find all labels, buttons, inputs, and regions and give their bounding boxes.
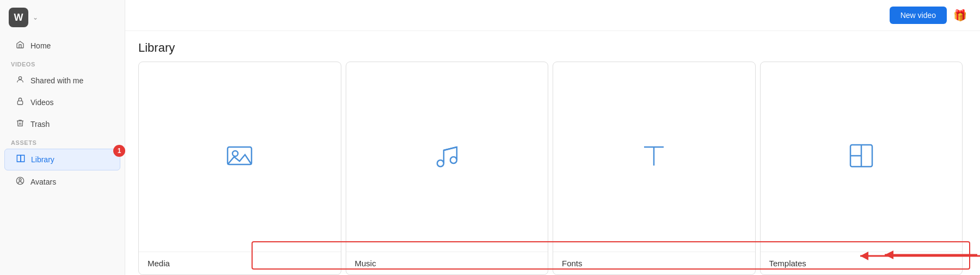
template-icon — [845, 139, 878, 174]
lock-icon — [15, 97, 25, 108]
sidebar-item-label: Trash — [30, 120, 50, 129]
top-bar: New video 🎁 — [125, 0, 980, 31]
app-logo: W — [9, 8, 28, 27]
gift-icon: 🎁 — [953, 9, 967, 21]
videos-section-label: Videos — [0, 57, 125, 70]
media-card-label: Media — [139, 252, 341, 274]
sidebar-item-label: Home — [30, 41, 51, 50]
sidebar-item-shared[interactable]: Shared with me — [4, 70, 120, 91]
person-icon — [15, 75, 25, 86]
library-card-fonts[interactable]: Fonts — [553, 62, 756, 275]
assets-section-label: Assets — [0, 135, 125, 148]
sidebar-item-avatars[interactable]: Avatars — [4, 172, 120, 192]
music-icon — [431, 139, 463, 174]
media-icon-area — [223, 62, 256, 252]
library-card-music[interactable]: Music — [346, 62, 549, 275]
person-circle-icon — [15, 176, 25, 187]
new-video-button[interactable]: New video — [890, 7, 947, 24]
library-badge: 1 — [113, 145, 125, 157]
sidebar-item-trash[interactable]: Trash — [4, 114, 120, 135]
home-icon — [15, 40, 25, 51]
font-icon — [638, 139, 670, 174]
svg-point-6 — [437, 160, 444, 167]
gift-button[interactable]: 🎁 — [953, 9, 967, 22]
svg-point-7 — [450, 157, 457, 163]
fonts-icon-area — [638, 62, 670, 252]
sidebar-item-videos[interactable]: Videos — [4, 92, 120, 113]
svg-line-8 — [444, 147, 457, 150]
chevron-down-icon[interactable]: ⌄ — [33, 14, 38, 21]
fonts-card-label: Fonts — [553, 252, 755, 274]
svg-point-3 — [19, 179, 21, 181]
page-title: Library — [125, 31, 980, 62]
top-bar-actions: New video 🎁 — [890, 7, 967, 24]
library-card-templates[interactable]: Templates — [760, 62, 963, 275]
sidebar-item-library[interactable]: Library 1 — [4, 149, 120, 170]
library-card-media[interactable]: Media — [138, 62, 341, 275]
trash-icon — [15, 119, 25, 130]
book-open-icon — [16, 154, 26, 165]
music-icon-area — [431, 62, 463, 252]
music-card-label: Music — [346, 252, 548, 274]
sidebar-item-label: Shared with me — [30, 76, 83, 85]
templates-icon-area — [845, 62, 878, 252]
svg-point-0 — [19, 77, 21, 80]
svg-rect-1 — [17, 101, 22, 105]
sidebar-item-label: Avatars — [30, 178, 56, 186]
sidebar-item-label: Library — [31, 155, 54, 164]
sidebar-item-home[interactable]: Home — [4, 35, 120, 56]
svg-point-5 — [232, 151, 238, 156]
media-icon — [223, 139, 256, 174]
sidebar-item-label: Videos — [30, 98, 54, 107]
main-content: New video 🎁 Library Media — [125, 0, 980, 275]
templates-card-label: Templates — [761, 252, 963, 274]
sidebar-header: W ⌄ — [0, 0, 125, 35]
sidebar: W ⌄ Home Videos Shared with me Videos Tr… — [0, 0, 125, 275]
library-grid: Media Music — [125, 62, 980, 275]
